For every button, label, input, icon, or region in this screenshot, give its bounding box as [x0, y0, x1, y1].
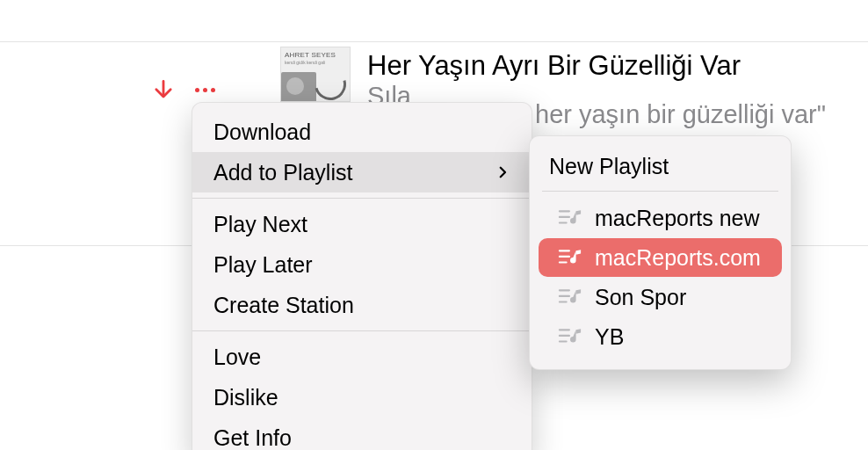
download-icon[interactable]	[151, 78, 176, 103]
playlist-item-label: macReports.com	[595, 245, 761, 271]
track-lyric-fragment: her yaşın bir güzelliği var"	[535, 100, 826, 129]
menu-item-play-later[interactable]: Play Later	[192, 244, 532, 285]
menu-item-label: Get Info	[213, 425, 292, 451]
playlist-item[interactable]: macReports.com	[539, 238, 782, 277]
playlist-icon	[558, 208, 582, 228]
menu-item-label: Create Station	[213, 293, 354, 318]
menu-item-add-to-playlist[interactable]: Add to Playlist	[192, 152, 532, 192]
album-artwork: AHRET SEYES kendi gidik kendi gali	[280, 47, 351, 102]
row-divider-top	[0, 41, 868, 42]
playlist-item-label: YB	[595, 324, 624, 350]
menu-item-get-info[interactable]: Get Info	[192, 417, 532, 450]
playlist-item-label: macReports new	[595, 206, 760, 231]
playlist-item[interactable]: macReports new	[539, 199, 782, 237]
more-options-icon[interactable]	[192, 81, 217, 98]
playlist-icon	[558, 248, 582, 267]
submenu-item-label: New Playlist	[549, 154, 669, 179]
playlist-icon	[558, 327, 582, 346]
menu-item-label: Love	[213, 345, 261, 370]
menu-item-play-next[interactable]: Play Next	[192, 204, 532, 244]
submenu-item-new-playlist[interactable]: New Playlist	[530, 147, 791, 185]
menu-separator	[192, 330, 532, 331]
menu-item-label: Play Later	[213, 252, 313, 278]
menu-item-dislike[interactable]: Dislike	[192, 377, 532, 417]
menu-item-label: Download	[213, 120, 311, 145]
menu-item-create-station[interactable]: Create Station	[192, 285, 532, 325]
album-art-subtext: kendi gidik kendi gali	[285, 60, 325, 65]
playlist-icon	[558, 287, 582, 307]
chevron-right-icon	[495, 164, 510, 180]
track-title: Her Yaşın Ayrı Bir Güzelliği Var	[367, 50, 741, 82]
menu-item-download[interactable]: Download	[192, 112, 532, 152]
album-art-text: AHRET SEYES	[285, 51, 336, 59]
playlist-submenu: New Playlist macReports new macReports.c…	[529, 135, 792, 370]
submenu-separator	[542, 191, 778, 192]
playlist-item[interactable]: YB	[539, 317, 782, 356]
menu-item-label: Dislike	[213, 385, 278, 410]
menu-separator	[192, 198, 532, 199]
menu-item-love[interactable]: Love	[192, 337, 532, 377]
playlist-item-label: Son Spor	[595, 285, 686, 310]
menu-item-label: Play Next	[213, 212, 307, 237]
menu-item-label: Add to Playlist	[213, 160, 352, 185]
context-menu: Download Add to Playlist Play Next Play …	[192, 102, 532, 450]
playlist-item[interactable]: Son Spor	[539, 278, 782, 316]
